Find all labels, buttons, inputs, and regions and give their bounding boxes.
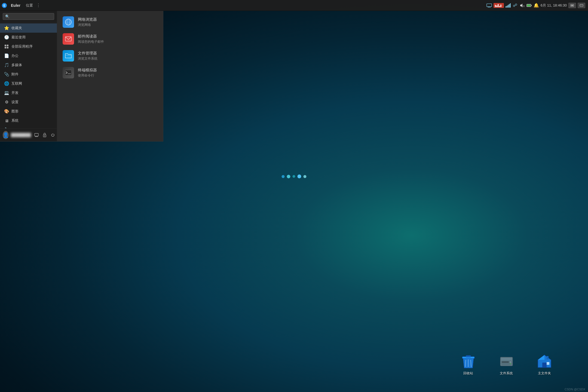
cpu-indicator [494,3,504,8]
svg-rect-53 [547,356,549,359]
desktop-icon-recycle[interactable]: 回收站 [457,353,479,376]
mail-info: 邮件阅读器 阅读您的电子邮件 [78,34,104,44]
svg-rect-36 [466,356,471,357]
svg-rect-16 [7,45,8,46]
svg-text:E: E [4,4,5,7]
browser-desc: 浏览网络 [78,23,97,27]
taskbar-menu-position[interactable]: 位置 [24,2,35,9]
filesystem-label: 文件系统 [500,371,513,376]
dot-3 [293,175,295,178]
sidebar-item-system[interactable]: 🖥 系统 [0,116,57,125]
recent-icon: 🕐 [4,35,9,40]
power-action-btn[interactable] [50,132,56,138]
screen-btn-2[interactable] [578,3,585,8]
svg-point-44 [510,363,511,364]
bluetooth-icon[interactable]: ☍ [512,3,518,8]
dot-5 [304,175,307,178]
svg-rect-19 [35,133,38,136]
settings-icon: ⚙ [4,99,9,105]
sidebar-item-internet[interactable]: 🌐 互联网 [0,79,57,88]
files-icon [63,50,74,62]
signal-bars [506,3,511,8]
sidebar-item-office[interactable]: 📄 办公 [0,51,57,60]
watermark: CSDN @CSDX [565,388,585,391]
sidebar-item-favorites[interactable]: ⭐ 收藏夹 [0,23,57,33]
search-input[interactable] [3,13,54,20]
desktop-icon-home[interactable]: 主文件夹 [534,353,555,376]
sidebar-item-administration[interactable]: 🔧 Administration [0,125,57,128]
screen-btn-1[interactable] [568,3,576,8]
battery-icon[interactable] [526,3,532,8]
home-folder-label: 主文件夹 [538,371,551,376]
display-icon[interactable] [486,3,492,8]
files-desc: 浏览文件系统 [78,56,97,61]
mail-icon [63,33,74,45]
lock-action-btn[interactable] [41,132,48,138]
volume-icon[interactable]: )))) [519,3,525,8]
taskbar-datetime: 6月 11, 18:46:30 [541,3,567,8]
start-menu: ⭐ 收藏夹 🕐 最近使用 全部 [0,11,163,142]
sidebar-label-favorites: 收藏夹 [11,26,22,30]
svg-rect-17 [5,47,6,48]
graphics-icon: 🎨 [4,109,9,114]
office-icon: 📄 [4,53,9,59]
dot-2 [287,175,290,178]
desktop-icon-filesystem[interactable]: 文件系统 [495,353,517,376]
browser-icon [63,16,74,28]
svg-rect-18 [7,47,8,48]
svg-rect-12 [571,5,573,6]
sidebar-item-all-apps[interactable]: 全部应用程序 [0,42,57,51]
user-name-label: ████████ [11,133,31,137]
home-folder-icon [536,353,553,369]
terminal-info: 终端模拟器 使用命令行 [78,68,97,78]
terminal-icon [63,67,74,78]
develop-icon: 💻 [4,90,9,96]
taskbar-more-icon[interactable]: ⋮ [36,3,41,8]
favorites-icon: ⭐ [4,25,9,31]
sidebar-label-system: 系统 [11,118,19,123]
app-item-files[interactable]: 文件管理器 浏览文件系统 [57,47,163,64]
svg-rect-49 [542,363,547,367]
filesystem-icon [498,353,514,369]
svg-point-24 [44,135,45,136]
svg-rect-10 [527,4,531,6]
app-item-terminal[interactable]: 终端模拟器 使用命令行 [57,64,163,81]
sidebar-item-settings[interactable]: ⚙ 设置 [0,97,57,107]
bottom-actions [33,132,56,138]
notification-icon[interactable]: 🔔 [534,3,539,8]
sidebar-item-attachments[interactable]: 📎 附件 [0,70,57,79]
desktop: E Euler 位置 ⋮ [0,0,588,392]
sidebar-label-attachments: 附件 [11,72,19,77]
svg-text:)))): )))) [523,5,525,7]
mail-desc: 阅读您的电子邮件 [78,39,104,44]
search-bar [0,11,57,22]
screen-action-btn[interactable] [33,132,40,138]
sidebar-item-recent[interactable]: 🕐 最近使用 [0,33,57,42]
svg-point-43 [510,361,511,363]
sidebar-label-internet: 互联网 [11,81,22,86]
sidebar-label-develop: 开发 [11,90,19,95]
sidebar-label-graphics: 图形 [11,109,19,114]
euler-app-icon[interactable]: E [2,3,7,8]
user-avatar: 👤 [3,131,9,139]
sidebar-item-multimedia[interactable]: 🎵 多媒体 [0,60,57,70]
sidebar-label-settings: 设置 [11,100,19,105]
app-item-mail[interactable]: 邮件阅读器 阅读您的电子邮件 [57,30,163,47]
svg-rect-42 [502,362,509,363]
svg-rect-2 [487,4,492,7]
taskbar-right: ☍ )))) 🔔 6月 11, 18:46:30 [486,3,588,8]
sidebar-item-graphics[interactable]: 🎨 图形 [0,107,57,116]
svg-rect-9 [531,5,532,6]
dot-1 [282,175,285,178]
menu-content-panel: 网络浏览器 浏览网络 邮件阅读器 阅读您的电子邮件 [57,11,163,141]
sidebar-item-develop[interactable]: 💻 开发 [0,88,57,97]
dot-4 [298,174,301,178]
taskbar-app-name: Euler [9,3,23,8]
sidebar-label-recent: 最近使用 [11,35,26,40]
menu-bottom-bar: 👤 ████████ [0,128,57,141]
app-item-browser[interactable]: 网络浏览器 浏览网络 [57,14,163,30]
files-name: 文件管理器 [78,51,97,56]
sidebar-label-all-apps: 全部应用程序 [11,44,33,49]
svg-rect-13 [580,4,583,7]
loading-dots [282,174,307,178]
